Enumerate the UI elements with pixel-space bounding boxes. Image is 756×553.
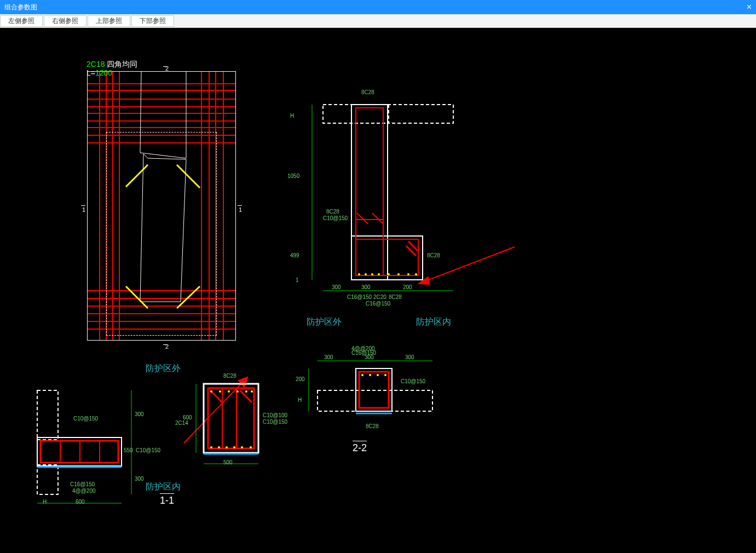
svg-point-43 (397, 273, 400, 275)
svg-point-82 (219, 390, 221, 393)
svg-point-91 (241, 446, 243, 448)
s22-dim-300r: 300 (405, 354, 414, 360)
s2-bar-bot2: 8C28 (389, 294, 402, 300)
s2-bar-bottom: C16@150 (366, 301, 390, 307)
s1a-bar-bot1: C16@150 (70, 481, 95, 487)
s1b-dim-500: 500 (223, 459, 233, 465)
svg-point-83 (228, 390, 230, 393)
s2-bar-top: 8C28 (361, 89, 374, 95)
svg-point-88 (218, 446, 220, 448)
svg-point-60 (377, 374, 379, 376)
svg-point-40 (371, 273, 373, 275)
s2-bar-l2: C10@150 (323, 215, 348, 221)
s2-bar-r: 8C28 (427, 252, 440, 258)
s22-dim-H: H (298, 397, 302, 403)
svg-point-39 (365, 273, 367, 275)
svg-rect-28 (388, 105, 453, 123)
bottom-ref-button[interactable]: 下部参照 (131, 15, 174, 27)
s1b-bar-r2: C10@150 (263, 419, 287, 425)
plan-cut-1-left: 1 (82, 206, 85, 213)
svg-line-24 (177, 165, 200, 188)
s2-dim-300l: 300 (332, 284, 341, 290)
s2-bar-l1: 8C28 (326, 209, 339, 215)
svg-line-33 (357, 213, 368, 224)
svg-point-59 (369, 374, 371, 376)
s2-dim-1: 1 (296, 277, 299, 283)
section-2-label: 2-2 (353, 441, 367, 454)
s1a-dim-300b: 300 (135, 476, 144, 482)
section-1-label: 1-1 (160, 493, 174, 506)
svg-line-26 (177, 286, 200, 308)
s1a-bar-bot2: 4@@200 (72, 488, 96, 494)
s2-dim-1050: 1050 (287, 173, 299, 179)
svg-point-92 (250, 446, 252, 448)
svg-point-58 (361, 374, 363, 376)
label-outside-2: 防护区外 (307, 316, 342, 328)
s2-dim-499: 499 (290, 252, 299, 258)
svg-rect-74 (204, 384, 258, 453)
plan-cut-2-top: 2 (165, 65, 169, 72)
svg-point-87 (210, 446, 212, 448)
plan-cut-2-bottom: 2 (165, 343, 169, 350)
toolbar: 左侧参照 右侧参照 上部参照 下部参照 (0, 14, 756, 28)
svg-rect-64 (37, 390, 58, 440)
s1b-bar-r1: C10@100 (263, 412, 287, 418)
svg-point-61 (384, 374, 386, 376)
svg-point-90 (233, 446, 235, 448)
svg-point-85 (245, 390, 247, 393)
s22-bar-r: C10@150 (401, 378, 425, 384)
label-inside-2: 防护区内 (416, 316, 451, 328)
top-ref-button[interactable]: 上部参照 (88, 15, 130, 27)
plan-len-prefix: L= (86, 68, 95, 77)
svg-point-86 (251, 390, 253, 393)
s2-dim-300c: 300 (361, 284, 371, 290)
plan-cut-1-right: 1 (239, 206, 242, 213)
plan-len-val: 1200 (95, 68, 112, 77)
s22-dim-300l: 300 (324, 354, 333, 360)
s1a-dim-550: 550 (124, 447, 133, 453)
svg-point-38 (358, 273, 360, 275)
s1a-dim-H: H (43, 499, 47, 505)
s1a-bar-mid: C10@150 (136, 447, 160, 453)
window-title: 组合参数图 (4, 3, 37, 12)
s2-bar-bot1: C16@150 2C20 (347, 294, 386, 300)
svg-line-25 (126, 286, 148, 308)
s22-bar-bot: 8C28 (366, 423, 379, 429)
s22-bar-top2: C16@150 (351, 350, 376, 356)
right-ref-button[interactable]: 右侧参照 (44, 15, 86, 27)
svg-point-44 (407, 273, 409, 275)
s1a-dim-600: 600 (76, 499, 85, 505)
svg-point-41 (378, 273, 380, 275)
svg-rect-31 (356, 108, 383, 275)
left-ref-button[interactable]: 左侧参照 (0, 15, 43, 27)
svg-rect-65 (37, 465, 58, 494)
s1b-bar-side: 2C14 (175, 420, 188, 426)
label-outside-1: 防护区外 (146, 363, 181, 375)
svg-point-42 (388, 273, 390, 275)
plan-view (88, 72, 235, 340)
close-icon[interactable]: × (747, 2, 752, 12)
svg-point-45 (415, 273, 417, 275)
svg-rect-29 (351, 105, 388, 280)
s2-dim-200: 200 (403, 284, 412, 290)
s1b-bar-top: 8C28 (223, 373, 236, 379)
plan-corner-note: 四角均同 (107, 60, 137, 68)
svg-line-23 (126, 165, 148, 187)
drawing-canvas: 2C18 四角均同 L=1200 2 2 1 1 (0, 28, 756, 553)
s22-dim-200: 200 (296, 376, 305, 382)
s1a-dim-300t: 300 (135, 411, 144, 417)
svg-point-89 (226, 446, 228, 448)
svg-point-84 (236, 390, 239, 393)
s2-dim-H: H (290, 113, 294, 119)
plan-corner-bar: 2C18 (86, 60, 105, 68)
svg-point-81 (210, 390, 212, 393)
s1a-bar-top: C10@150 (73, 416, 98, 422)
svg-line-34 (372, 213, 383, 224)
